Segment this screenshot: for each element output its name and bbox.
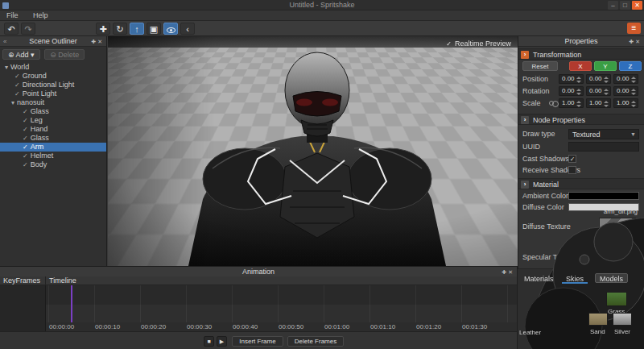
tab-models[interactable]: Models	[595, 273, 628, 283]
menu-file[interactable]: File	[0, 10, 25, 21]
tree-item-helmet[interactable]: ✓Helmet	[0, 152, 106, 160]
checkbox-icon[interactable]: ✓	[23, 135, 28, 142]
checkbox-icon[interactable]: ✓	[14, 73, 20, 80]
checkbox-icon[interactable]: ✓	[23, 152, 28, 160]
scale-link-icon[interactable]	[549, 101, 554, 106]
section-transformation[interactable]: › Transformation	[518, 48, 644, 60]
position-x-input[interactable]: 0.00	[559, 74, 584, 84]
delete-button[interactable]: ⊖ Delete	[44, 49, 85, 60]
checkbox-icon[interactable]: ✓	[23, 108, 28, 115]
panel-add-icon[interactable]: ✚	[629, 39, 635, 44]
checkbox-icon[interactable]: ✓	[23, 161, 28, 168]
tree-item-nanosuit[interactable]: ▾nanosuit	[0, 98, 106, 107]
scale-y-input[interactable]: 1.00	[586, 98, 611, 108]
rotation-z-input[interactable]: 0.00	[613, 86, 638, 96]
tree-item-glass-2[interactable]: ✓Glass	[0, 134, 106, 143]
draw-type-dropdown[interactable]: Textured▼	[568, 129, 639, 139]
cast-shadows-checkbox[interactable]: ✓	[568, 155, 576, 163]
focus-tool-button[interactable]: ↑	[130, 23, 144, 35]
menu-help[interactable]: Help	[27, 10, 55, 21]
maximize-button[interactable]: □	[620, 1, 630, 10]
uuid-field[interactable]	[568, 142, 639, 152]
checkbox-icon[interactable]: ✓	[23, 117, 28, 124]
insert-frame-button[interactable]: Insert Frame	[232, 336, 283, 347]
panel-close-icon[interactable]: ✕	[508, 269, 514, 275]
material-label-sand[interactable]: Sand	[590, 328, 605, 335]
position-z-input[interactable]: 0.00	[613, 74, 638, 84]
window-title: Untitled - Spritshake	[0, 1, 644, 9]
tab-materials[interactable]: Materials	[520, 274, 558, 284]
panel-add-icon[interactable]: ✚	[91, 39, 97, 44]
ambient-color-swatch[interactable]	[568, 192, 639, 200]
viewport-3d[interactable]: ✓Realtime Preview	[108, 36, 518, 266]
scale-x-input[interactable]: 1.00	[559, 98, 584, 108]
rotation-y-input[interactable]: 0.00	[586, 86, 611, 96]
visibility-button[interactable]	[163, 23, 178, 35]
stop-button[interactable]: ■	[204, 336, 214, 347]
playhead[interactable]	[71, 285, 72, 322]
time-label: 00:01:30	[462, 322, 487, 331]
app-menu-button[interactable]: ≡	[627, 23, 641, 34]
caret-down-icon[interactable]: ▾	[5, 64, 8, 71]
panel-add-icon[interactable]: ✚	[502, 269, 508, 275]
axis-y-button[interactable]: Y	[594, 61, 617, 71]
scene-outliner-panel: « Scene Outliner ✚✕ ⊕ Add ▾ ⊖ Delete ▾Wo…	[0, 36, 107, 266]
caret-down-icon[interactable]: ▾	[11, 99, 14, 106]
material-thumb-grass[interactable]	[606, 292, 627, 306]
collapse-icon[interactable]: «	[3, 36, 6, 47]
undo-button[interactable]: ↶	[4, 23, 19, 35]
tree-item-point-light[interactable]: ✓Point Light	[0, 89, 106, 98]
delete-frames-button[interactable]: Delete Frames	[287, 336, 344, 347]
time-label: 00:00:30	[187, 322, 212, 331]
scale-label: Scale	[522, 98, 541, 109]
position-y-input[interactable]: 0.00	[586, 74, 611, 84]
tree-item-directional-light[interactable]: ✓Directional Light	[0, 81, 106, 89]
play-button[interactable]: ▶	[217, 336, 227, 347]
rotate-tool-button[interactable]: ↻	[113, 23, 127, 35]
add-button[interactable]: ⊕ Add ▾	[2, 49, 40, 60]
tree-item-ground[interactable]: ✓Ground	[0, 72, 106, 81]
stop-icon: ■	[207, 339, 210, 344]
panel-close-icon[interactable]: ✕	[97, 39, 104, 44]
material-thumb-silver[interactable]	[613, 313, 632, 326]
rotation-label: Rotation	[522, 86, 550, 97]
material-thumb-sand[interactable]	[588, 313, 608, 326]
add-icon: ⊕	[8, 51, 14, 59]
scale-z-input[interactable]: 1.00	[613, 98, 638, 108]
axis-x-button[interactable]: X	[569, 61, 592, 71]
checkbox-icon[interactable]: ✓	[14, 81, 20, 89]
section-node-properties[interactable]: › Node Properties	[518, 114, 644, 125]
material-label-leather[interactable]: Leather	[519, 329, 541, 336]
tree-item-world[interactable]: ▾World	[0, 63, 106, 72]
checkbox-icon[interactable]: ✓	[23, 143, 28, 151]
receive-shadows-checkbox[interactable]	[568, 166, 576, 174]
tree-item-hand[interactable]: ✓Hand	[0, 125, 106, 134]
tree-item-body[interactable]: ✓Body	[0, 160, 106, 169]
tree-item-glass-1[interactable]: ✓Glass	[0, 107, 106, 116]
reset-button[interactable]: Reset	[522, 61, 558, 71]
axis-z-button[interactable]: Z	[619, 61, 642, 71]
realtime-preview-toggle[interactable]: ✓Realtime Preview	[446, 39, 511, 48]
redo-icon: ↷	[24, 24, 31, 34]
close-button[interactable]: ✕	[632, 1, 642, 10]
rotation-x-input[interactable]: 0.00	[559, 86, 584, 96]
tree-item-arm-selected[interactable]: ✓Arm	[0, 143, 106, 152]
move-tool-button[interactable]: ✚	[96, 23, 110, 35]
cube-tool-button[interactable]: ▣	[147, 23, 161, 35]
keyframes-list[interactable]	[0, 285, 46, 331]
timeline-track-area[interactable]	[46, 285, 517, 322]
redo-button[interactable]: ↷	[21, 23, 35, 35]
panel-close-icon[interactable]: ✕	[635, 39, 642, 44]
timeline-header: Timeline	[46, 276, 517, 285]
diffuse-texture-thumbnail[interactable]	[599, 218, 636, 247]
checkbox-icon[interactable]: ✓	[14, 90, 20, 98]
section-material[interactable]: › Material	[518, 178, 644, 189]
tree-item-leg[interactable]: ✓Leg	[0, 116, 106, 125]
back-button[interactable]: ‹	[180, 23, 195, 35]
tab-skies[interactable]: Skies	[562, 274, 588, 284]
checkbox-icon[interactable]: ✓	[23, 126, 28, 133]
minimize-button[interactable]: –	[608, 1, 618, 10]
material-label-silver[interactable]: Silver	[614, 328, 630, 335]
move-icon: ✚	[99, 24, 106, 34]
rotate-icon: ↻	[116, 24, 123, 34]
